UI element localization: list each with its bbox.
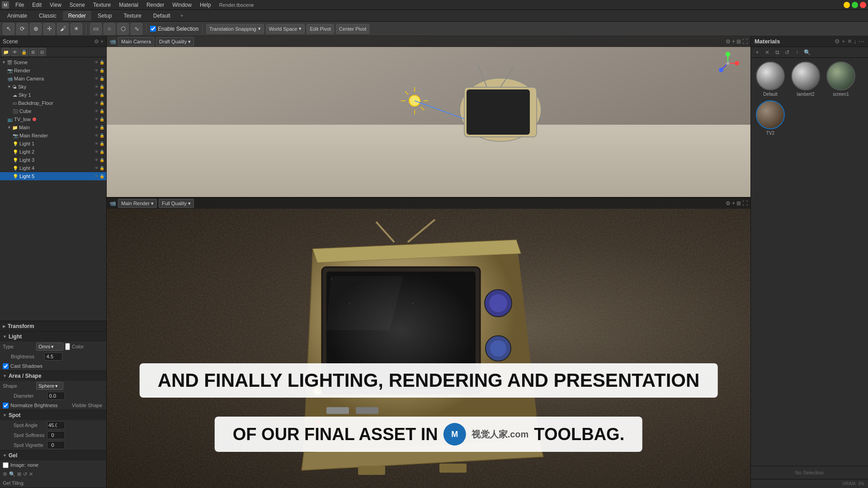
gel-image-checkbox[interactable] (3, 462, 9, 468)
material-lambert2[interactable]: lambert2 (790, 61, 821, 97)
close-button[interactable] (860, 2, 866, 8)
cast-shadows-checkbox[interactable] (3, 363, 9, 369)
select-tool-button[interactable]: ↖ (3, 23, 14, 35)
normalize-brightness-checkbox[interactable] (3, 403, 9, 408)
mat-add-btn[interactable]: + (753, 48, 762, 57)
tree-eye-icon[interactable]: 👁 (94, 60, 99, 65)
spot-angle-input[interactable] (47, 421, 65, 429)
vp-fullscreen-icon[interactable]: ⛶ (742, 38, 748, 45)
vp-bottom-add-icon[interactable]: + (732, 200, 735, 206)
spot-softness-input[interactable] (47, 431, 65, 439)
scene-eye-btn[interactable]: 👁 (11, 48, 19, 56)
scene-settings-icon[interactable]: ⚙ (94, 38, 99, 45)
scale-tool-button[interactable]: ⊕ (30, 23, 42, 35)
tree-arrow-scene[interactable]: ▼ (2, 60, 6, 65)
select-circle-button[interactable]: ○ (104, 23, 115, 35)
tree-item-light5[interactable]: 💡 Light 5 👁🔒 (0, 172, 106, 180)
scene-collapse-btn[interactable]: ⊟ (38, 48, 46, 56)
vp-camera-dropdown[interactable]: Main Camera (118, 37, 154, 46)
shape-dropdown[interactable]: Sphere▾ (36, 382, 63, 390)
mat-import-btn[interactable]: ↑ (793, 48, 802, 57)
tree-item-tvlow[interactable]: 📺 TV_low 👁🔒 (0, 115, 106, 123)
gel-settings-btn[interactable]: ⚙ (3, 471, 7, 477)
tree-item-scene[interactable]: ▼ 🎬 Scene 👁 🔒 (0, 58, 106, 66)
tree-item-main-camera[interactable]: 📹 Main Camera 👁🔒 (0, 75, 106, 83)
rotate-tool-button[interactable]: ⟳ (16, 23, 28, 35)
menu-edit[interactable]: Edit (28, 1, 45, 9)
vp-bottom-fullscreen-icon[interactable]: ⛶ (742, 200, 748, 206)
enable-selection-checkbox[interactable] (150, 26, 156, 32)
gel-section-header[interactable]: ▼ Gel (0, 450, 106, 460)
tab-setup[interactable]: Setup (92, 11, 117, 21)
mat-dup-btn[interactable]: ⧉ (773, 48, 782, 57)
material-default[interactable]: Default (755, 61, 786, 97)
material-tv2[interactable]: TV2 (755, 100, 786, 136)
menu-help[interactable]: Help (196, 1, 215, 9)
area-shape-header[interactable]: ▼ Area / Shape (0, 371, 106, 381)
menu-render[interactable]: Render (143, 1, 168, 9)
scene-add-icon[interactable]: + (100, 38, 104, 45)
vp-quality-dropdown[interactable]: Draft Quality▾ (156, 37, 194, 46)
tree-item-light1[interactable]: 💡 Light 1 👁🔒 (0, 140, 106, 148)
vp-bottom-camera-dropdown[interactable]: Main Render▾ (118, 199, 157, 208)
maximize-button[interactable] (852, 2, 858, 8)
menu-file[interactable]: File (12, 1, 28, 9)
gel-zoom-btn[interactable]: 🔍 (9, 471, 15, 477)
materials-more-icon[interactable]: ⋯ (859, 38, 864, 45)
scene-lock-btn[interactable]: 🔒 (20, 48, 28, 56)
type-dropdown[interactable]: Omni▾ (36, 343, 63, 351)
vp-bottom-quality-dropdown[interactable]: Full Quality▾ (159, 199, 194, 208)
tab-render[interactable]: Render (63, 11, 91, 21)
diameter-input[interactable] (47, 392, 65, 400)
tree-item-backdrop[interactable]: ▭ Backdrop_Floor 👁🔒 (0, 99, 106, 107)
light-section-header[interactable]: ▼ Light (0, 332, 106, 342)
select-poly-button[interactable]: ⬡ (117, 23, 129, 35)
tab-default[interactable]: Default (148, 11, 176, 21)
scene-expand-btn[interactable]: ⊞ (29, 48, 37, 56)
gel-fit-btn[interactable]: ⊞ (17, 471, 21, 477)
color-swatch[interactable] (65, 343, 70, 350)
tab-animate[interactable]: Animate (2, 11, 33, 21)
tree-item-light3[interactable]: 💡 Light 3 👁🔒 (0, 156, 106, 164)
gel-clear-btn[interactable]: ✕ (29, 471, 33, 477)
normalize-brightness-label[interactable]: Normalize Brightness (3, 403, 58, 408)
materials-settings-icon[interactable]: ⚙ (835, 38, 840, 45)
tree-item-sky[interactable]: ▼ 🌤 Sky 👁🔒 (0, 83, 106, 91)
menu-window[interactable]: Window (169, 1, 195, 9)
materials-import-icon[interactable]: ↓ (854, 38, 857, 45)
tree-item-main[interactable]: ▼ 📁 Main 👁🔒 (0, 123, 106, 131)
tab-classic[interactable]: Classic (33, 11, 62, 21)
paint-tool-button[interactable]: 🖌 (57, 23, 69, 35)
materials-close-icon[interactable]: ✕ (847, 38, 852, 45)
select-rect-button[interactable]: ▭ (90, 23, 102, 35)
world-space-dropdown[interactable]: World Space▾ (266, 24, 305, 34)
tree-item-main-render[interactable]: 📷 Main Render 👁🔒 (0, 131, 106, 140)
menu-texture[interactable]: Texture (90, 1, 114, 9)
minimize-button[interactable] (844, 2, 850, 8)
tab-texture[interactable]: Texture (118, 11, 146, 21)
tree-item-render[interactable]: 📷 Render 👁🔒 (0, 66, 106, 75)
material-screen1[interactable]: screen1 (825, 61, 857, 97)
transform-section-header[interactable]: ▶ Transform (0, 321, 106, 331)
mat-refresh-btn[interactable]: ↺ (783, 48, 792, 57)
light-tool-button[interactable]: ☀ (71, 23, 82, 35)
tree-lock2-icon[interactable]: 🔒 (99, 60, 104, 65)
menu-view[interactable]: View (46, 1, 65, 9)
scene-folder-btn[interactable]: 📁 (2, 48, 10, 56)
materials-add-icon[interactable]: + (842, 38, 845, 45)
tree-item-light4[interactable]: 💡 Light 4 👁🔒 (0, 164, 106, 172)
move-tool-button[interactable]: ✛ (43, 23, 55, 35)
vp-bottom-settings-icon[interactable]: ⚙ (726, 200, 731, 206)
vp-settings-icon[interactable]: ⚙ (726, 38, 731, 45)
translation-snapping-dropdown[interactable]: Translation Snapping▾ (206, 24, 264, 34)
enable-selection-checkbox-label[interactable]: Enable Selection (150, 26, 198, 32)
mat-delete-btn[interactable]: ✕ (763, 48, 772, 57)
tree-item-light2[interactable]: 💡 Light 2 👁🔒 (0, 148, 106, 156)
tree-arrow-sky[interactable]: ▼ (7, 84, 11, 89)
gel-reload-btn[interactable]: ↺ (23, 471, 27, 477)
mat-search-btn[interactable]: 🔍 (802, 48, 811, 57)
tree-item-sky1[interactable]: ☁ Sky 1 👁🔒 (0, 91, 106, 99)
gel-image-label[interactable]: Image: none (3, 462, 38, 468)
tab-plus[interactable]: + (177, 11, 187, 21)
vp-bottom-maximize-icon[interactable]: ⊞ (736, 200, 741, 206)
